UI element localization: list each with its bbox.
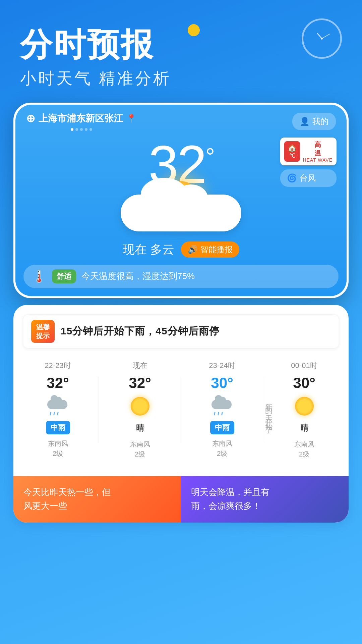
dot-5 [89,128,92,131]
warning-text: 15分钟后开始下雨，45分钟后雨停 [61,324,220,338]
hour-label-0: 22-23时 [45,361,71,371]
page-subtitle: 小时天气 精准分析 [20,68,342,89]
heat-badge-text: 高 温 HEAT WAVE [303,140,333,163]
user-icon: 👤 [300,117,310,126]
tomorrow-card-text: 明天会降温，并且有雨，会凉爽很多！ [191,487,269,511]
phone-mockup: ⊕ 上海市浦东新区张江 📍 👤 我的 32° [13,103,349,298]
dot-4 [85,128,87,131]
hour-wind-3: 东南风2级 [294,439,314,459]
pin-icon: 📍 [126,114,136,123]
dot-2 [75,128,78,131]
location-row: ⊕ 上海市浦东新区张江 📍 [26,112,136,125]
hour-icon-2 [212,395,233,417]
clock-center [321,38,323,40]
hour-col-1: 现在32°晴东南风2级 [99,355,181,465]
hour-col-0: 22-23时32°中雨东南风2级 [17,355,99,465]
bottom-panel: 温馨 提示 15分钟后开始下雨，45分钟后雨停 22-23时32°中雨东南风2级… [13,305,349,523]
heat-badge-bottom: 温 [315,149,321,157]
hour-label-1: 现在 [133,361,147,371]
clock-hand-minute [322,34,330,39]
alert-badges: 🏠 ℃ 高 温 HEAT WAVE 🌀 台风 [280,138,337,187]
hour-icon-0 [47,395,69,417]
dot-1 [71,128,73,131]
hour-icon-1 [129,395,151,417]
comfort-bar: 🌡️ 舒适 今天温度很高，湿度达到75% [23,265,339,288]
hour-temp-1: 32° [129,375,151,391]
hour-cond-0: 中雨 [46,421,70,434]
heat-badge-top: 高 [314,140,321,149]
my-button[interactable]: 👤 我的 [292,113,336,130]
hourly-forecast-grid: 22-23时32°中雨东南风2级现在32°晴东南风2级23-24时30°中雨东南… [13,355,349,473]
hour-label-3: 00-01时 [291,361,317,371]
dot-3 [80,128,83,131]
hour-label-2: 23-24时 [209,361,235,371]
hour-temp-0: 32° [47,375,69,391]
hour-temp-2: 30° [211,375,233,391]
phone-topbar: ⊕ 上海市浦东新区张江 📍 👤 我的 [15,105,347,134]
header-dot-decoration [188,24,200,36]
cloud-illustration [121,195,241,231]
warning-tag: 温馨 提示 [31,320,55,343]
hour-cond-2: 中雨 [210,421,234,434]
comfort-badge: 舒适 [52,269,76,283]
today-card-text: 今天比昨天热一些，但风更大一些 [23,487,111,511]
heat-wave-badge[interactable]: 🏠 ℃ 高 温 HEAT WAVE [280,138,337,165]
clock-icon [302,18,342,59]
bottom-card-today: 今天比昨天热一些，但风更大一些 [13,476,181,523]
hour-cond-3: 晴 [296,421,313,435]
hour-temp-3: 30° [293,375,315,391]
bottom-card-tomorrow: 明天会降温，并且有雨，会凉爽很多！ [181,476,349,523]
add-location-icon[interactable]: ⊕ [26,112,35,125]
heat-badge-icon: 🏠 ℃ [284,141,300,162]
broadcast-label: 智能播报 [200,244,233,255]
hour-col-3: 00-01时30°晴东南风2级 [263,355,345,465]
degree-symbol: ° [205,143,214,169]
hour-col-2: 23-24时30°中雨东南风2级新 的 一 天 开 始 了 [181,355,263,465]
hour-wind-0: 东南风2级 [48,438,68,459]
hour-icon-3 [294,395,315,417]
comfort-text: 今天温度很高，湿度达到75% [81,270,195,282]
phone-screen: ⊕ 上海市浦东新区张江 📍 👤 我的 32° [15,105,347,296]
my-button-label: 我的 [312,116,328,127]
location-text: 上海市浦东新区张江 [39,112,123,125]
broadcast-button[interactable]: 🔊 智能播报 [181,241,239,258]
heat-wave-label: HEAT WAVE [303,157,333,163]
hour-wind-1: 东南风2级 [130,439,150,459]
speaker-icon: 🔊 [188,245,198,254]
hour-cond-1: 晴 [131,421,149,435]
thermometer-icon: 🌡️ [32,269,47,283]
hour-wind-2: 东南风2级 [212,438,232,459]
header-section: 分时预报 小时天气 精准分析 [0,0,362,103]
heat-badge-temp-c: ℃ [289,153,295,159]
page-dots [26,128,136,131]
weather-illustration [15,181,347,235]
warning-tag-line1: 温馨 [36,323,50,331]
warning-tag-line2: 提示 [36,332,50,339]
bottom-cards: 今天比昨天热一些，但风更大一些 明天会降温，并且有雨，会凉爽很多！ [13,476,349,523]
warning-banner: 温馨 提示 15分钟后开始下雨，45分钟后雨停 [23,314,339,348]
status-row: 现在 多云 🔊 智能播报 [15,235,347,261]
page-title: 分时预报 [20,27,342,62]
weather-status-text: 现在 多云 [123,241,174,258]
house-icon: 🏠 [288,144,297,153]
